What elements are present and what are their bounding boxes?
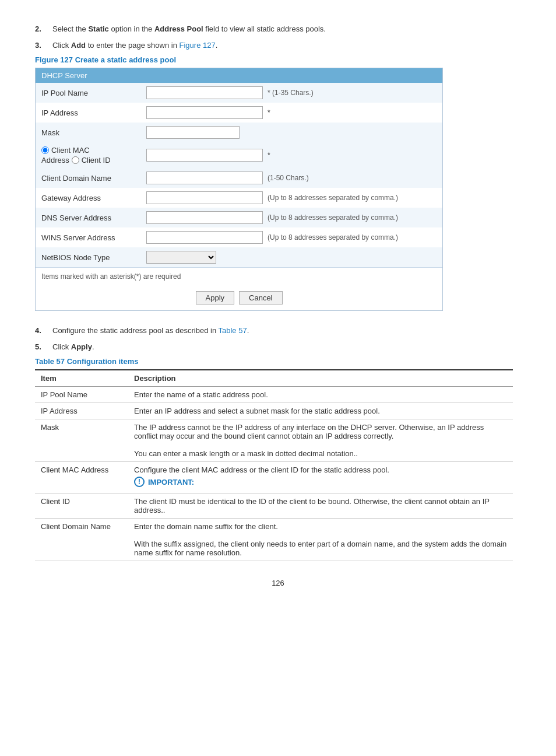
figure-127-link[interactable]: Figure 127 <box>180 41 216 50</box>
ip-pool-name-label: IP Pool Name <box>41 89 146 97</box>
table-row: Client ID The client ID must be identica… <box>35 494 513 519</box>
client-mac-radio[interactable] <box>41 146 49 154</box>
table-row: IP Address Enter an IP address and selec… <box>35 403 513 419</box>
step-3: 3. Click Add to enter the page shown in … <box>35 40 521 51</box>
important-label: IMPORTANT: <box>148 478 194 487</box>
client-mac-row: Client MAC Address Client ID * <box>36 142 442 168</box>
client-mac-input[interactable] <box>146 149 263 162</box>
netbios-label: NetBIOS Node Type <box>41 253 146 262</box>
step-num-3: 3. <box>35 40 52 51</box>
mask-input-wrap <box>146 126 437 139</box>
wins-server-input-wrap: (Up to 8 addresses separated by comma.) <box>146 231 437 244</box>
table-cell-desc: Configure the client MAC address or the … <box>128 462 513 494</box>
client-domain-input-wrap: (1-50 Chars.) <box>146 172 437 184</box>
dns-server-row: DNS Server Address (Up to 8 addresses se… <box>36 208 442 228</box>
client-domain-row: Client Domain Name (1-50 Chars.) <box>36 168 442 188</box>
ip-address-input[interactable] <box>146 106 263 119</box>
apply-button[interactable]: Apply <box>196 291 235 304</box>
step-2-text: Select the Static option in the Address … <box>52 23 521 35</box>
table-title: Table 57 Configuration items <box>35 357 521 366</box>
client-domain-input[interactable] <box>146 172 263 184</box>
form-actions: Apply Cancel <box>36 285 442 310</box>
step-5-text: Click Apply. <box>52 341 521 353</box>
page-number: 126 <box>35 579 521 587</box>
table-cell-item: IP Address <box>35 403 128 419</box>
important-icon: ! <box>134 477 145 487</box>
step-4: 4. Configure the static address pool as … <box>35 325 521 337</box>
client-mac-input-wrap: * <box>146 149 437 162</box>
client-id-radio-label: Client ID <box>82 156 111 164</box>
dns-server-label: DNS Server Address <box>41 214 146 222</box>
netbios-select[interactable] <box>146 251 216 264</box>
important-notice: ! IMPORTANT: <box>134 477 507 487</box>
table-cell-item: Client MAC Address <box>35 462 128 494</box>
config-table: Item Description IP Pool Name Enter the … <box>35 369 513 561</box>
figure-title: Figure 127 Create a static address pool <box>35 55 521 64</box>
ip-address-hint: * <box>268 108 270 117</box>
mask-label: Mask <box>41 128 146 137</box>
step-5: 5. Click Apply. <box>35 341 521 353</box>
step-3-text: Click Add to enter the page shown in Fig… <box>52 40 521 51</box>
gateway-address-input[interactable] <box>146 191 263 204</box>
client-mac-label: Client MAC Address Client ID <box>41 146 146 164</box>
table-cell-item: Mask <box>35 419 128 462</box>
table-row: Client MAC Address Configure the client … <box>35 462 513 494</box>
table-cell-desc: Enter the domain name suffix for the cli… <box>128 519 513 561</box>
netbios-row: NetBIOS Node Type <box>36 247 442 267</box>
step-num-2: 2. <box>35 23 52 35</box>
step-2: 2. Select the Static option in the Addre… <box>35 23 521 35</box>
ip-pool-name-input[interactable] <box>146 86 263 99</box>
wins-server-row: WINS Server Address (Up to 8 addresses s… <box>36 228 442 247</box>
table-cell-item: Client ID <box>35 494 128 519</box>
table-header-item: Item <box>35 370 128 387</box>
ip-address-label: IP Address <box>41 108 146 117</box>
step-4-text: Configure the static address pool as des… <box>52 325 521 337</box>
client-domain-hint: (1-50 Chars.) <box>268 174 309 182</box>
step-num-5: 5. <box>35 341 52 353</box>
netbios-input-wrap <box>146 251 437 264</box>
ip-pool-name-input-wrap: * (1-35 Chars.) <box>146 86 437 99</box>
table-cell-item: Client Domain Name <box>35 519 128 561</box>
table-row: Mask The IP address cannot be the IP add… <box>35 419 513 462</box>
wins-server-label: WINS Server Address <box>41 233 146 242</box>
table-header-desc: Description <box>128 370 513 387</box>
client-mac-hint: * <box>268 151 270 159</box>
mask-input[interactable] <box>146 126 240 139</box>
gateway-address-hint: (Up to 8 addresses separated by comma.) <box>268 194 398 202</box>
form-header: DHCP Server <box>36 68 442 83</box>
form-body: IP Pool Name * (1-35 Chars.) IP Address … <box>36 83 442 267</box>
form-footer: Items marked with an asterisk(*) are req… <box>36 267 442 285</box>
table-cell-desc: The IP address cannot be the IP address … <box>128 419 513 462</box>
gateway-address-input-wrap: (Up to 8 addresses separated by comma.) <box>146 191 437 204</box>
client-domain-label: Client Domain Name <box>41 174 146 183</box>
cancel-button[interactable]: Cancel <box>239 291 282 304</box>
table-cell-desc: The client ID must be identical to the I… <box>128 494 513 519</box>
dns-server-input-wrap: (Up to 8 addresses separated by comma.) <box>146 211 437 224</box>
mask-row: Mask <box>36 123 442 142</box>
ip-address-row: IP Address * <box>36 103 442 123</box>
ip-address-input-wrap: * <box>146 106 437 119</box>
dhcp-form: DHCP Server IP Pool Name * (1-35 Chars.)… <box>35 68 443 311</box>
table-cell-desc: Enter an IP address and select a subnet … <box>128 403 513 419</box>
table-cell-desc: Enter the name of a static address pool. <box>128 387 513 403</box>
client-id-radio[interactable] <box>72 156 79 164</box>
dns-server-hint: (Up to 8 addresses separated by comma.) <box>268 214 398 222</box>
dns-server-input[interactable] <box>146 211 263 224</box>
table-row: Client Domain Name Enter the domain name… <box>35 519 513 561</box>
client-mac-radio-label: Client MAC <box>51 146 90 155</box>
gateway-address-label: Gateway Address <box>41 194 146 202</box>
table-cell-item: IP Pool Name <box>35 387 128 403</box>
table-row: IP Pool Name Enter the name of a static … <box>35 387 513 403</box>
ip-pool-name-row: IP Pool Name * (1-35 Chars.) <box>36 83 442 103</box>
step-num-4: 4. <box>35 325 52 337</box>
address-label: Address <box>41 156 69 164</box>
gateway-address-row: Gateway Address (Up to 8 addresses separ… <box>36 188 442 208</box>
wins-server-input[interactable] <box>146 231 263 244</box>
table-57-link[interactable]: Table 57 <box>218 326 247 335</box>
wins-server-hint: (Up to 8 addresses separated by comma.) <box>268 233 398 242</box>
ip-pool-name-hint: * (1-35 Chars.) <box>268 89 314 97</box>
